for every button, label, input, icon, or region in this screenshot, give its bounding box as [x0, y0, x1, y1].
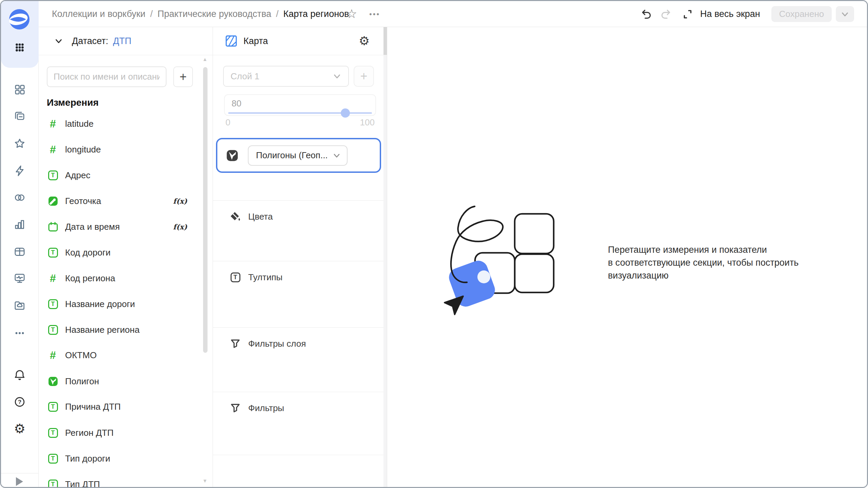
dataset-label: Датасет:: [72, 36, 108, 46]
svg-text:?: ?: [18, 399, 21, 405]
redo-icon[interactable]: [660, 8, 672, 20]
layer-filters-section[interactable]: Фильтры слоя: [213, 327, 387, 392]
field-search-input[interactable]: [47, 66, 166, 87]
filters-section[interactable]: Фильтры: [213, 392, 387, 455]
opacity-max: 100: [360, 117, 375, 128]
fields-scrollbar[interactable]: [203, 67, 208, 353]
opacity-slider-handle[interactable]: [341, 108, 350, 118]
field-row-road-name[interactable]: T Название дороги: [47, 291, 197, 317]
empty-state-illustration: [442, 198, 577, 323]
rail-top-section: [1, 1, 39, 68]
geopoint-type-icon: [47, 195, 59, 207]
undo-icon[interactable]: [640, 8, 652, 20]
help-icon[interactable]: ?: [13, 395, 26, 409]
visualization-panel: Карта ⚙ Слой 1 + 80 0 100 Полигоны (Геоп…: [213, 27, 387, 487]
field-row-road-code[interactable]: T Код дороги: [47, 240, 197, 265]
field-row-address[interactable]: T Адрес: [47, 162, 197, 188]
opacity-control[interactable]: 80: [224, 94, 376, 116]
dataset-name-link[interactable]: ДТП: [113, 36, 131, 46]
favorite-star-icon[interactable]: ☆: [346, 6, 357, 22]
number-type-icon: #: [47, 349, 59, 361]
text-type-icon: T: [47, 452, 59, 465]
field-row-region-name[interactable]: T Название региона: [47, 317, 197, 343]
viz-scrollbar-thumb[interactable]: [383, 27, 387, 55]
save-button[interactable]: Сохранено: [771, 6, 832, 22]
colors-section[interactable]: Цвета: [213, 200, 387, 261]
date-type-icon: [47, 221, 59, 233]
formula-badge: f(x): [173, 197, 187, 205]
chevron-down-icon: [840, 9, 850, 19]
field-row-accident-region[interactable]: T Регион ДТП: [47, 420, 197, 446]
number-type-icon: #: [47, 118, 59, 130]
opacity-min: 0: [225, 117, 230, 128]
collapse-chevron-icon[interactable]: [54, 36, 64, 46]
funnel-icon: [229, 337, 242, 350]
sidebar-item-tables-icon[interactable]: [13, 245, 26, 259]
viz-scrollbar-track[interactable]: [383, 27, 387, 487]
number-type-icon: #: [47, 143, 59, 156]
field-row-polygon[interactable]: Полигон: [47, 368, 197, 394]
opacity-slider-track[interactable]: [228, 112, 372, 114]
breadcrumb-separator: /: [150, 9, 153, 19]
field-row-geopoint[interactable]: Геоточка f(x): [47, 188, 197, 214]
expand-rail-icon[interactable]: [16, 477, 23, 486]
field-row-region-code[interactable]: # Код региона: [47, 265, 197, 291]
tooltips-section[interactable]: T Тултипы: [213, 261, 387, 327]
field-row-oktmo[interactable]: # ОКТМО: [47, 342, 197, 368]
apps-grid-icon[interactable]: [13, 41, 26, 54]
field-row-datetime[interactable]: Дата и время f(x): [47, 214, 197, 240]
notifications-bell-icon[interactable]: [13, 368, 26, 382]
dataset-panel: Датасет: ДТП + ▲ ▼ Измерения # latitude …: [39, 27, 213, 487]
drag-hint-text: Перетащите измерения и показатели в соот…: [608, 243, 811, 282]
field-row-road-type[interactable]: T Тип дороги: [47, 446, 197, 471]
field-row-accident-cause[interactable]: T Причина ДТП: [47, 394, 197, 420]
sidebar-item-more-icon[interactable]: [13, 326, 26, 340]
field-row-accident-type[interactable]: T Тип ДТП: [47, 471, 197, 488]
section-divider: [213, 455, 387, 455]
breadcrumb: Коллекции и воркбуки / Практические руко…: [52, 1, 349, 27]
opacity-value[interactable]: 80: [232, 98, 241, 109]
settings-gear-icon[interactable]: ⚙: [13, 422, 26, 435]
sidebar-item-dashboards-icon[interactable]: [13, 271, 26, 285]
add-layer-button[interactable]: +: [354, 66, 374, 87]
fullscreen-button[interactable]: На весь экран: [700, 1, 760, 27]
layer-select[interactable]: Слой 1: [223, 66, 349, 87]
top-bar: Коллекции и воркбуки / Практические руко…: [39, 1, 867, 27]
formula-badge: f(x): [173, 223, 187, 231]
sidebar-item-dashboard-icon[interactable]: [13, 83, 26, 96]
sidebar-item-functions-icon[interactable]: [13, 164, 26, 178]
datalens-logo[interactable]: [8, 8, 30, 30]
tooltip-text-icon: T: [229, 270, 242, 284]
text-type-icon: T: [47, 427, 59, 439]
breadcrumb-guides[interactable]: Практические руководства: [157, 9, 271, 19]
field-row-longitude[interactable]: # longitude: [47, 137, 197, 162]
sidebar-item-workbooks-icon[interactable]: [13, 109, 26, 123]
viz-title: Карта: [243, 36, 268, 46]
text-type-icon: T: [47, 324, 59, 336]
left-rail: ? ⚙: [1, 1, 39, 487]
scroll-down-icon[interactable]: ▼: [202, 478, 208, 484]
sidebar-item-storage-icon[interactable]: [13, 299, 26, 312]
sidebar-item-favorites-icon[interactable]: [13, 137, 26, 150]
save-menu-button[interactable]: [836, 6, 854, 22]
polygon-type-icon: [47, 375, 59, 387]
dimensions-title: Измерения: [47, 96, 99, 109]
sidebar-item-datasets-icon[interactable]: [13, 191, 26, 204]
scroll-up-icon[interactable]: ▲: [202, 56, 208, 62]
fullscreen-icon[interactable]: [682, 8, 693, 20]
field-row-latitude[interactable]: # latitude: [47, 111, 197, 137]
viz-settings-gear-icon[interactable]: ⚙: [359, 34, 370, 48]
geotype-section-highlighted[interactable]: Полигоны (Геоп...: [216, 138, 381, 173]
add-field-button[interactable]: +: [173, 66, 193, 87]
chevron-down-icon: [332, 151, 341, 160]
geotype-select[interactable]: Полигоны (Геоп...: [248, 145, 348, 166]
number-type-icon: #: [47, 272, 59, 284]
text-type-icon: T: [47, 169, 59, 181]
sidebar-item-charts-icon[interactable]: [13, 218, 26, 231]
more-actions-icon[interactable]: •••: [369, 8, 380, 20]
chart-canvas: Перетащите измерения и показатели в соот…: [388, 27, 867, 487]
dataset-header[interactable]: Датасет: ДТП: [39, 27, 213, 55]
map-viz-icon[interactable]: [225, 35, 237, 47]
breadcrumb-collections[interactable]: Коллекции и воркбуки: [52, 9, 145, 19]
rail-divider: [1, 473, 38, 473]
